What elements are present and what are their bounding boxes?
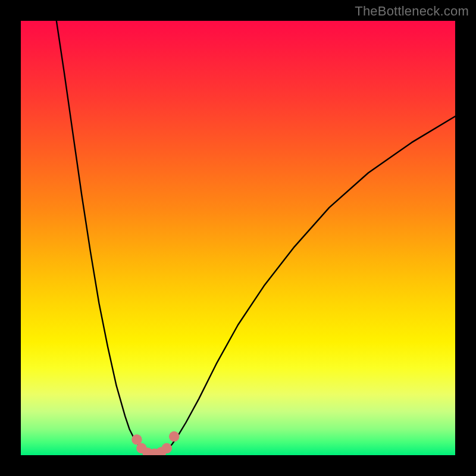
- plot-area: [21, 21, 455, 455]
- watermark-text: TheBottleneck.com: [355, 4, 469, 19]
- chart-frame: TheBottleneck.com: [0, 0, 476, 476]
- valley-dot: [162, 443, 173, 454]
- bottleneck-curve: [57, 21, 455, 454]
- curve-layer: [21, 21, 455, 455]
- valley-dot: [169, 431, 180, 442]
